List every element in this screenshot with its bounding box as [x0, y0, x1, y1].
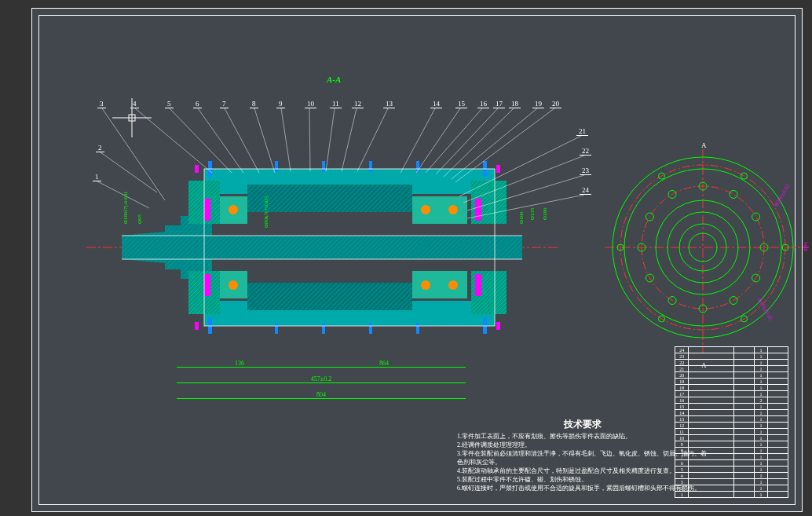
dim-136: 136	[177, 360, 302, 368]
bom-row: 11	[675, 492, 788, 498]
vdim: Φ80k7(+0.03)	[263, 196, 269, 228]
leader-15: 15	[455, 100, 467, 108]
leader-7: 7	[220, 100, 229, 108]
sdim: Φ80	[803, 242, 809, 251]
leader-10: 10	[305, 100, 316, 108]
vdim: Φ135	[529, 207, 536, 220]
bom-row: 51	[675, 467, 788, 473]
svg-rect-53	[322, 161, 325, 172]
svg-point-34	[229, 205, 238, 214]
leader-8: 8	[250, 100, 258, 108]
leader-18: 18	[509, 100, 521, 108]
tech-line: 5.装配过程中零件不允许磕、碰、划伤和锈蚀。	[457, 475, 708, 484]
svg-rect-42	[475, 199, 481, 221]
leader-13: 13	[383, 100, 395, 108]
bom-row: 61	[675, 460, 788, 467]
bom-row: 31	[675, 479, 788, 485]
svg-point-37	[421, 280, 430, 290]
bom-row: 241	[675, 347, 788, 353]
leader-24: 24	[580, 186, 591, 195]
svg-rect-25	[247, 185, 412, 212]
svg-rect-40	[204, 199, 210, 221]
svg-point-35	[229, 280, 238, 290]
bom-row: 71	[675, 454, 788, 460]
leader-2: 2	[96, 144, 104, 152]
tech-line: 1.零件加工表面上，不应有划痕、擦伤等损伤零件表面的缺陷。	[457, 432, 708, 441]
svg-rect-52	[275, 161, 278, 172]
bom-row: 191	[675, 379, 788, 385]
bom-row: 141	[675, 410, 788, 416]
dim-864: 864	[302, 360, 466, 368]
tech-line: 6.螺钉连接时，严禁打击或使用不合适的旋具和扳手，紧固后螺钉槽和头部不得有损伤。	[457, 484, 708, 492]
leader-22: 22	[580, 147, 591, 156]
bom-row: 121	[675, 423, 788, 429]
cad-viewport[interactable]: A-A A A 12345678910111213141516171819202…	[0, 0, 812, 516]
leader-12: 12	[352, 100, 364, 108]
svg-rect-41	[204, 274, 210, 296]
bom-row: 211	[675, 366, 788, 372]
section-mark-top: A	[701, 141, 707, 149]
drawing-frame: A-A A A 12345678910111213141516171819202…	[38, 15, 796, 505]
svg-rect-45	[195, 322, 199, 330]
drawing-paper: A-A A A 12345678910111213141516171819202…	[31, 8, 803, 512]
svg-marker-7	[122, 232, 165, 263]
svg-rect-55	[416, 161, 419, 172]
tech-req-title: 技术要求	[457, 420, 708, 429]
leader-14: 14	[430, 100, 442, 108]
leader-6: 6	[193, 100, 202, 108]
section-label: A-A	[327, 75, 341, 84]
leader-1: 1	[93, 173, 101, 181]
leader-21: 21	[576, 127, 588, 136]
main-section-view	[86, 161, 558, 334]
vdim: Φ180f7(-0.04)	[123, 192, 129, 224]
leader-11: 11	[330, 100, 342, 108]
dim-804: 804	[177, 391, 466, 399]
svg-point-67	[656, 200, 750, 295]
bom-row: 21	[675, 485, 788, 492]
svg-point-69	[679, 224, 726, 271]
bom-row: 221	[675, 360, 788, 366]
svg-rect-57	[322, 323, 325, 334]
tech-line: 4.装配滚动轴承前的主要配合尺寸，特别是过盈配合尺寸及相关精度进行复查。	[457, 467, 708, 475]
svg-rect-46	[496, 165, 500, 173]
svg-rect-27	[247, 283, 412, 310]
svg-rect-43	[475, 274, 481, 296]
vdim: Φ100	[518, 211, 525, 224]
vdim: Φ180	[542, 207, 548, 220]
svg-rect-58	[369, 323, 372, 334]
svg-point-36	[421, 205, 430, 214]
bom-row: 101	[675, 435, 788, 441]
tech-line: 2.经调件调质处理理理理。	[457, 441, 708, 449]
leader-4: 4	[130, 100, 139, 108]
technical-requirements: 技术要求 1.零件加工表面上，不应有划痕、擦伤等损伤零件表面的缺陷。2.经调件调…	[457, 420, 708, 492]
svg-point-38	[448, 205, 458, 214]
bom-row: 41	[675, 473, 788, 479]
leader-16: 16	[477, 100, 489, 108]
bom-row: 131	[675, 416, 788, 423]
bom-row: 171	[675, 391, 788, 397]
leader-20: 20	[550, 100, 561, 108]
bom-row: 151	[675, 404, 788, 410]
bom-row: 162	[675, 397, 788, 404]
svg-rect-11	[181, 216, 212, 279]
svg-rect-54	[369, 161, 372, 172]
leader-3: 3	[97, 100, 106, 108]
tech-line: 3.零件在装配前必须清理和清洗干净，不得有毛刺、飞边、氧化皮、锈蚀、切屑、油污、…	[457, 449, 708, 467]
side-view	[605, 149, 809, 353]
svg-rect-59	[416, 323, 419, 334]
bom-row: 181	[675, 385, 788, 391]
bom-row: 91	[675, 441, 788, 448]
svg-rect-56	[275, 323, 278, 334]
leader-5: 5	[165, 100, 174, 108]
leader-17: 17	[493, 100, 505, 108]
bom-row: 201	[675, 372, 788, 379]
svg-rect-47	[496, 322, 500, 330]
svg-point-88	[730, 190, 737, 198]
dim-457±0.2: 457±0.2	[177, 375, 466, 383]
svg-point-39	[448, 280, 458, 290]
leader-9: 9	[276, 100, 285, 108]
svg-point-84	[646, 213, 653, 221]
leader-23: 23	[580, 167, 591, 175]
bom-row: 111	[675, 429, 788, 435]
svg-point-90	[752, 213, 760, 221]
